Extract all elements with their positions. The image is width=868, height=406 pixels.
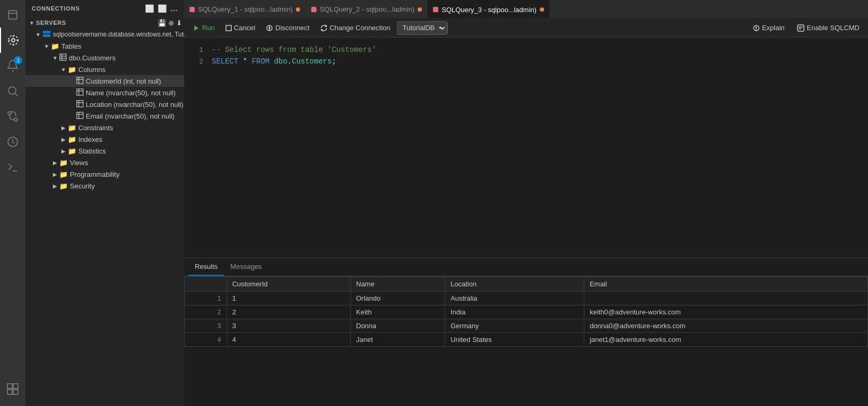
svg-marker-32 [194, 25, 198, 31]
tab-sqlquery3[interactable]: SQLQuery_3 - sqlpoo...ladmin) [428, 0, 549, 19]
change-connection-button[interactable]: Change Connection [316, 22, 395, 33]
svg-rect-23 [77, 89, 83, 95]
disconnect-button[interactable]: Disconnect [261, 22, 313, 33]
row2-num: 2 [185, 305, 227, 319]
table-customers[interactable]: ▼ dbo.Customers [25, 52, 184, 64]
column-name[interactable]: Name (nvarchar(50), not null) [25, 87, 184, 98]
programmability-group[interactable]: ▶ 📁 Programmability [25, 168, 184, 180]
constraints-group[interactable]: ▶ 📁 Constraints [25, 122, 184, 133]
table-row: 4 4 Janet United States janet1@adventure… [185, 333, 868, 347]
save-server-icon[interactable]: 💾 [158, 19, 166, 27]
sidebar-title: CONNECTIONS [32, 5, 80, 12]
column-icon-1 [76, 77, 84, 86]
svg-rect-13 [13, 390, 18, 394]
cancel-button[interactable]: Cancel [221, 22, 259, 33]
svg-rect-26 [77, 101, 83, 107]
col-header-location: Location [445, 277, 584, 292]
editor[interactable]: 1 -- Select rows from table 'Customers' … [184, 38, 868, 258]
servers-group[interactable]: ▼ SERVERS 💾 ⊕ ⬇ [25, 17, 184, 29]
tab2-dot [418, 7, 422, 12]
new-server-icon[interactable]: ⊕ [168, 19, 174, 27]
sqlcmd-icon [797, 24, 804, 32]
indexes-group[interactable]: ▶ 📁 Indexes [25, 133, 184, 145]
activity-bar-history[interactable] [0, 129, 25, 155]
programmability-label: Programmability [70, 170, 120, 178]
table-row: 3 3 Donna Germany donna0@adventure-works… [185, 319, 868, 333]
columns-chevron: ▼ [59, 67, 68, 73]
column-location[interactable]: Location (nvarchar(50), not null) [25, 98, 184, 110]
editor-line-2: 2 SELECT * FROM dbo.Customers; [184, 56, 868, 67]
results-tab-messages[interactable]: Messages [224, 258, 268, 276]
sidebar-add-icon[interactable]: ⬜ [158, 4, 167, 13]
activity-bar-search[interactable] [0, 78, 25, 104]
sidebar-more-icon[interactable]: ... [170, 4, 178, 13]
column-icon-4 [76, 112, 84, 121]
statistics-group[interactable]: ▶ 📁 Statistics [25, 145, 184, 157]
tables-group[interactable]: ▼ 📁 Tables [25, 40, 184, 52]
tables-chevron: ▼ [42, 43, 51, 49]
toolbar-right: Explain Enable SQLCMD [748, 22, 864, 33]
sidebar-save-icon[interactable]: ⬜ [145, 4, 155, 13]
row1-customerid: 1 [227, 292, 350, 305]
tab2-color-icon [311, 7, 317, 12]
tab-sqlquery2[interactable]: SQLQuery_2 - sqlpoo...ladmin) [306, 0, 428, 19]
disconnect-icon [266, 24, 273, 32]
activity-bar-connections[interactable] [0, 28, 25, 53]
svg-point-6 [8, 112, 11, 115]
explain-label: Explain [762, 24, 785, 32]
results-table: CustomerId Name Location Email 1 1 Orlan… [184, 276, 868, 347]
column-icon-2 [76, 88, 84, 97]
enable-sqlcmd-label: Enable SQLCMD [807, 24, 860, 32]
sidebar-content: ▼ SERVERS 💾 ⊕ ⬇ ▼ sqlpoolservername.data… [25, 17, 184, 406]
col-header-name: Name [350, 277, 445, 292]
views-group[interactable]: ▶ 📁 Views [25, 157, 184, 168]
indexes-folder-icon: 📁 [68, 136, 76, 143]
views-label: Views [70, 159, 88, 167]
row3-num: 3 [185, 319, 227, 333]
results-tab-results[interactable]: Results [188, 258, 224, 276]
tab2-label: SQLQuery_2 - sqlpoo...ladmin) [320, 5, 414, 13]
columns-group[interactable]: ▼ 📁 Columns [25, 64, 184, 75]
tab-bar: SQLQuery_1 - sqlpoo...ladmin) SQLQuery_2… [184, 0, 868, 19]
security-group[interactable]: ▶ 📁 Security [25, 180, 184, 192]
svg-rect-20 [77, 77, 83, 84]
column-email[interactable]: Email (nvarchar(50), not null) [25, 110, 184, 122]
svg-rect-11 [13, 384, 18, 389]
kw-star: * [238, 57, 251, 66]
views-chevron: ▶ [51, 160, 59, 166]
download-icon[interactable]: ⬇ [176, 19, 182, 27]
security-folder-icon: 📁 [59, 182, 68, 190]
tab3-color-icon [433, 7, 438, 12]
table-icon [59, 53, 67, 62]
col-header-rownum [185, 277, 227, 292]
enable-sqlcmd-button[interactable]: Enable SQLCMD [793, 22, 864, 33]
activity-bar-terminal[interactable] [0, 155, 25, 180]
server-name: sqlpoolservername.database.windows.net, … [53, 31, 184, 38]
column-icon-3 [76, 100, 84, 109]
table-row: 1 1 Orlando Australia [185, 292, 868, 305]
activity-bar-extensions[interactable] [0, 376, 25, 402]
activity-bar-source-control[interactable] [0, 104, 25, 129]
customers-label: dbo.Customers [69, 54, 115, 62]
explain-button[interactable]: Explain [748, 22, 789, 33]
column-customerid[interactable]: CustomerId (int, not null) [25, 75, 184, 87]
activity-bar-notifications[interactable]: 3 [0, 53, 25, 78]
svg-point-37 [756, 30, 756, 30]
line-2-content: SELECT * FROM dbo.Customers; [212, 57, 336, 66]
activity-bar-explorer[interactable] [0, 2, 25, 28]
row3-customerid: 3 [227, 319, 350, 333]
row2-customerid: 2 [227, 305, 350, 319]
server-item[interactable]: ▼ sqlpoolservername.database.windows.net… [25, 29, 184, 40]
tab-sqlquery1[interactable]: SQLQuery_1 - sqlpoo...ladmin) [184, 0, 306, 19]
toolbar: Run Cancel Disconnect Change Connection … [184, 19, 868, 38]
security-chevron: ▶ [51, 183, 59, 189]
row4-num: 4 [185, 333, 227, 347]
kw-semi: ; [332, 57, 336, 66]
table-header-row: CustomerId Name Location Email [185, 277, 868, 292]
col-header-customerid: CustomerId [227, 277, 350, 292]
database-select[interactable]: TutorialDB [397, 21, 447, 35]
tab3-label: SQLQuery_3 - sqlpoo...ladmin) [441, 6, 536, 14]
servers-label: SERVERS [36, 20, 66, 26]
run-label: Run [202, 24, 215, 32]
run-button[interactable]: Run [188, 22, 219, 33]
